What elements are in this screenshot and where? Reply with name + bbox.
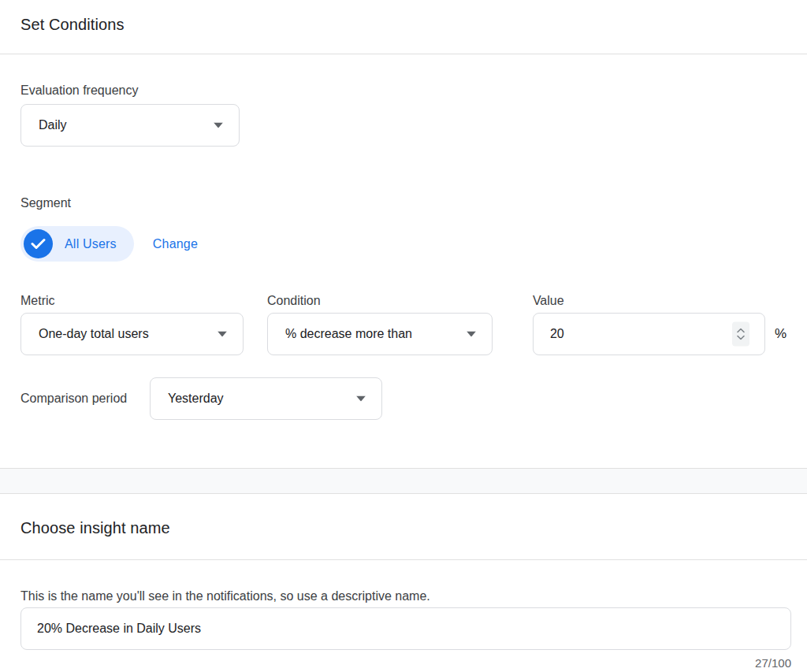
condition-column: Condition % decrease more than <box>267 293 493 355</box>
char-counter: 27/100 <box>20 656 791 670</box>
value-percent-suffix: % <box>775 326 787 342</box>
evaluation-frequency-select[interactable]: Daily <box>20 104 240 147</box>
evaluation-frequency-value: Daily <box>39 118 67 132</box>
metric-condition-value-row: Metric One-day total users Condition % d… <box>20 293 787 355</box>
value-label: Value <box>533 293 787 309</box>
chevron-down-icon <box>214 123 223 128</box>
condition-select[interactable]: % decrease more than <box>267 313 493 355</box>
metric-select[interactable]: One-day total users <box>20 313 244 355</box>
set-conditions-section: Set Conditions Evaluation frequency Dail… <box>0 0 807 468</box>
set-conditions-body: Evaluation frequency Daily Segment All U… <box>0 83 807 468</box>
chevron-down-icon <box>467 332 476 337</box>
segment-label: Segment <box>20 195 787 211</box>
insight-name-description: This is the name you'll see in the notif… <box>20 588 791 604</box>
comparison-period-value: Yesterday <box>168 392 224 406</box>
set-conditions-title: Set Conditions <box>20 15 787 34</box>
set-conditions-header: Set Conditions <box>0 0 807 54</box>
check-icon <box>24 229 53 258</box>
segment-row: All Users Change <box>20 226 787 262</box>
insight-name-input[interactable] <box>20 607 791 650</box>
value-line: % <box>533 313 787 355</box>
metric-value: One-day total users <box>39 327 149 341</box>
insight-name-header: Choose insight name <box>0 494 807 560</box>
evaluation-frequency-label: Evaluation frequency <box>20 83 787 98</box>
value-input-wrap <box>533 313 765 355</box>
condition-value: % decrease more than <box>285 327 412 341</box>
section-separator-band <box>0 468 807 494</box>
value-input[interactable] <box>533 313 765 355</box>
insight-name-section: Choose insight name This is the name you… <box>0 494 807 670</box>
value-column: Value % <box>533 293 787 355</box>
metric-column: Metric One-day total users <box>20 293 244 355</box>
segment-chip-all-users[interactable]: All Users <box>20 226 134 262</box>
comparison-period-row: Comparison period Yesterday <box>20 377 787 468</box>
comparison-period-label: Comparison period <box>20 391 150 407</box>
metric-label: Metric <box>20 293 244 309</box>
insight-name-title: Choose insight name <box>20 518 787 537</box>
segment-change-link[interactable]: Change <box>153 237 198 251</box>
segment-chip-label: All Users <box>65 237 117 251</box>
chevron-down-icon <box>218 332 227 337</box>
condition-label: Condition <box>267 293 493 309</box>
number-stepper-icon[interactable] <box>732 322 749 347</box>
insight-name-body: This is the name you'll see in the notif… <box>0 560 807 670</box>
comparison-period-select[interactable]: Yesterday <box>150 377 382 420</box>
chevron-down-icon <box>356 396 366 402</box>
